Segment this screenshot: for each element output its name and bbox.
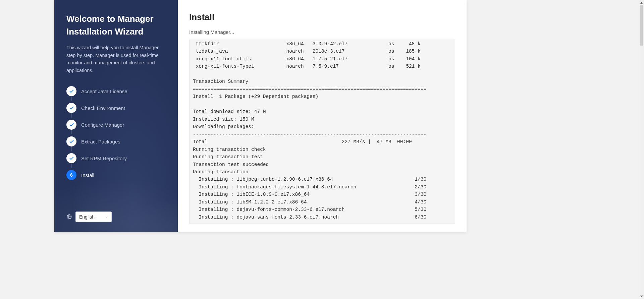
page-title: Install [189, 12, 455, 22]
step-label: Accept Java License [81, 88, 127, 94]
svg-marker-2 [640, 295, 643, 297]
window-scrollbar[interactable] [639, 0, 644, 299]
globe-icon [66, 214, 72, 220]
page-subtitle: Installing Manager... [189, 29, 455, 35]
scroll-up-arrow-icon[interactable] [639, 0, 644, 5]
sidebar-title: Welcome to Manager Installation Wizard [66, 13, 166, 38]
viewport: Welcome to Manager Installation Wizard T… [0, 0, 644, 299]
sidebar: Welcome to Manager Installation Wizard T… [54, 0, 178, 232]
step-accept-java[interactable]: Accept Java License [66, 83, 166, 100]
step-set-rpm-repo[interactable]: Set RPM Repository [66, 150, 166, 167]
chevron-down-icon [105, 215, 109, 219]
step-check-env[interactable]: Check Environment [66, 100, 166, 116]
scrollbar-track[interactable] [639, 5, 644, 294]
main-panel: Install Installing Manager... ttmkfdir x… [178, 0, 467, 232]
step-install[interactable]: 6 Install [66, 167, 166, 183]
step-label: Set RPM Repository [81, 156, 127, 161]
install-log[interactable]: ttmkfdir x86_64 3.0.9-42.el7 os 48 k tzd… [189, 40, 455, 224]
sidebar-description: This wizard will help you to install Man… [66, 44, 166, 74]
step-extract-packages[interactable]: Extract Packages [66, 133, 166, 150]
step-number-badge: 6 [66, 170, 76, 180]
language-select[interactable]: English [75, 212, 112, 222]
scroll-down-arrow-icon[interactable] [639, 294, 644, 299]
step-configure-manager[interactable]: Configure Manager [66, 116, 166, 133]
scrollbar-thumb[interactable] [640, 5, 643, 46]
language-row: English [66, 212, 112, 222]
step-label: Check Environment [81, 105, 125, 111]
svg-marker-1 [640, 2, 643, 3]
wizard-card: Welcome to Manager Installation Wizard T… [54, 0, 467, 232]
language-selected: English [79, 214, 95, 220]
step-label: Install [81, 172, 94, 178]
wizard-steps: Accept Java License Check Environment Co… [66, 83, 166, 183]
step-label: Extract Packages [81, 139, 120, 144]
step-label: Configure Manager [81, 122, 124, 128]
